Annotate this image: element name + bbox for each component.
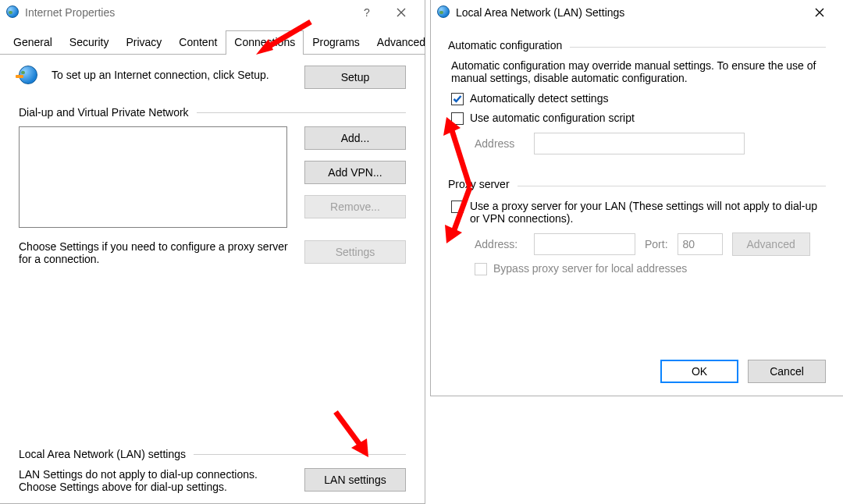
proxy-address-label: Address: bbox=[475, 238, 525, 250]
lan-section-label: Local Area Network (LAN) settings bbox=[19, 448, 406, 460]
proxy-legend: Proxy server bbox=[448, 178, 510, 193]
lan-section: Local Area Network (LAN) settings LAN Se… bbox=[19, 431, 406, 493]
help-button[interactable]: ? bbox=[350, 2, 384, 23]
connection-wizard-icon bbox=[19, 66, 41, 87]
ok-button[interactable]: OK bbox=[660, 360, 738, 383]
auto-config-legend: Automatic configuration bbox=[448, 39, 562, 55]
advanced-button[interactable]: Advanced bbox=[732, 232, 810, 256]
setup-instruction-text: To set up an Internet connection, click … bbox=[52, 66, 293, 81]
automatic-configuration-group: Automatic configuration Automatic config… bbox=[448, 39, 826, 164]
auto-config-description: Automatic configuration may override man… bbox=[451, 59, 823, 84]
lan-settings-button[interactable]: LAN settings bbox=[304, 468, 406, 492]
dialog-button-bar: OK Cancel bbox=[660, 360, 826, 383]
tab-panel-connections: To set up an Internet connection, click … bbox=[0, 55, 425, 273]
tab-strip: General Security Privacy Content Connect… bbox=[0, 30, 425, 55]
tab-privacy[interactable]: Privacy bbox=[117, 30, 170, 55]
tab-security[interactable]: Security bbox=[61, 30, 118, 55]
titlebar: Internet Properties ? bbox=[0, 0, 425, 25]
lan-settings-dialog: Local Area Network (LAN) Settings Automa… bbox=[430, 0, 843, 396]
proxy-address-input[interactable] bbox=[534, 233, 635, 255]
internet-options-icon bbox=[437, 5, 451, 20]
cancel-button[interactable]: Cancel bbox=[748, 360, 826, 383]
remove-button[interactable]: Remove... bbox=[304, 195, 406, 218]
add-vpn-button[interactable]: Add VPN... bbox=[304, 161, 406, 184]
tab-content[interactable]: Content bbox=[170, 30, 226, 55]
settings-button[interactable]: Settings bbox=[304, 240, 406, 264]
proxy-settings-hint: Choose Settings if you need to configure… bbox=[19, 240, 289, 265]
dialup-section-label: Dial-up and Virtual Private Network bbox=[19, 106, 406, 119]
internet-options-icon bbox=[6, 5, 20, 20]
auto-detect-label: Automatically detect settings bbox=[470, 92, 608, 105]
script-address-label: Address bbox=[475, 137, 525, 150]
proxy-server-group: Proxy server Use a proxy server for your… bbox=[448, 178, 826, 286]
proxy-port-input[interactable]: 80 bbox=[678, 233, 723, 255]
tab-advanced[interactable]: Advanced bbox=[368, 30, 434, 55]
close-button[interactable] bbox=[384, 2, 418, 23]
script-address-input[interactable] bbox=[534, 133, 745, 154]
tab-connections[interactable]: Connections bbox=[226, 30, 304, 55]
tab-general[interactable]: General bbox=[5, 30, 61, 55]
tab-programs[interactable]: Programs bbox=[304, 30, 368, 55]
close-button[interactable] bbox=[802, 2, 837, 23]
proxy-port-label: Port: bbox=[645, 238, 668, 250]
dialup-connections-listbox[interactable] bbox=[19, 126, 287, 228]
lan-hint-text: LAN Settings do not apply to dial-up con… bbox=[19, 468, 290, 493]
window-title: Local Area Network (LAN) Settings bbox=[456, 6, 624, 19]
auto-script-label: Use automatic configuration script bbox=[470, 112, 635, 124]
internet-properties-dialog: Internet Properties ? General Security P… bbox=[0, 0, 425, 504]
auto-script-checkbox[interactable] bbox=[451, 112, 464, 125]
window-title: Internet Properties bbox=[25, 6, 115, 19]
use-proxy-label: Use a proxy server for your LAN (These s… bbox=[470, 200, 823, 225]
auto-detect-checkbox[interactable] bbox=[451, 93, 464, 105]
use-proxy-checkbox[interactable] bbox=[451, 201, 464, 213]
titlebar: Local Area Network (LAN) Settings bbox=[431, 0, 843, 25]
bypass-local-label: Bypass proxy server for local addresses bbox=[493, 262, 687, 275]
bypass-local-checkbox[interactable] bbox=[475, 263, 487, 275]
setup-button[interactable]: Setup bbox=[304, 66, 406, 89]
add-button[interactable]: Add... bbox=[304, 126, 406, 150]
